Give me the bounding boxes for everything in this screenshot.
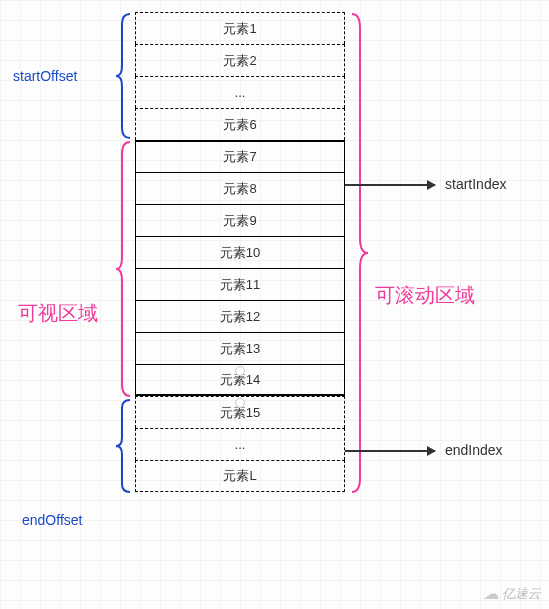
bracket-endoffset [116,398,134,494]
row-label: 元素1 [223,20,256,38]
list-item: 元素10 [135,236,345,268]
row-label: ... [235,85,246,100]
list-item: 元素L [135,460,345,492]
bracket-startoffset [116,12,134,140]
watermark-text: 亿速云 [502,585,541,603]
connector-dot [235,398,245,408]
cloud-icon: ☁ [483,584,499,603]
row-label: 元素9 [223,212,256,230]
arrow-startindex [345,184,435,186]
row-label: 元素6 [223,116,256,134]
list-item: 元素8 [135,172,345,204]
row-label: 元素8 [223,180,256,198]
row-label: 元素10 [220,244,260,262]
label-endindex: endIndex [445,442,503,458]
label-startindex: startIndex [445,176,506,192]
list-item: 元素6 [135,108,345,140]
list-item: 元素1 [135,12,345,44]
arrow-endindex [345,450,435,452]
row-label: 元素12 [220,308,260,326]
list-item: 元素11 [135,268,345,300]
row-label: 元素7 [223,148,256,166]
list-item: 元素7 [135,140,345,172]
list-item: ... [135,76,345,108]
row-label: 元素13 [220,340,260,358]
label-scrollable: 可滚动区域 [375,282,475,309]
bracket-visible [116,140,134,398]
list-item: 元素9 [135,204,345,236]
label-startoffset: startOffset [13,68,77,84]
row-label: ... [235,437,246,452]
row-label: 元素11 [220,276,260,294]
diagram-stage: 元素1 元素2 ... 元素6 元素7 元素8 元素9 元素10 元素11 元素… [0,0,549,609]
list-item: 元素2 [135,44,345,76]
list-item: 元素12 [135,300,345,332]
bracket-scrollable [348,12,368,494]
label-visible: 可视区域 [18,300,98,327]
list-item: 元素13 [135,332,345,364]
watermark: ☁ 亿速云 [483,584,541,603]
row-label: 元素2 [223,52,256,70]
row-label: 元素L [223,467,256,485]
label-endoffset: endOffset [22,512,82,528]
list-column: 元素1 元素2 ... 元素6 元素7 元素8 元素9 元素10 元素11 元素… [135,12,345,492]
list-item: ... [135,428,345,460]
connector-dot [235,366,245,376]
